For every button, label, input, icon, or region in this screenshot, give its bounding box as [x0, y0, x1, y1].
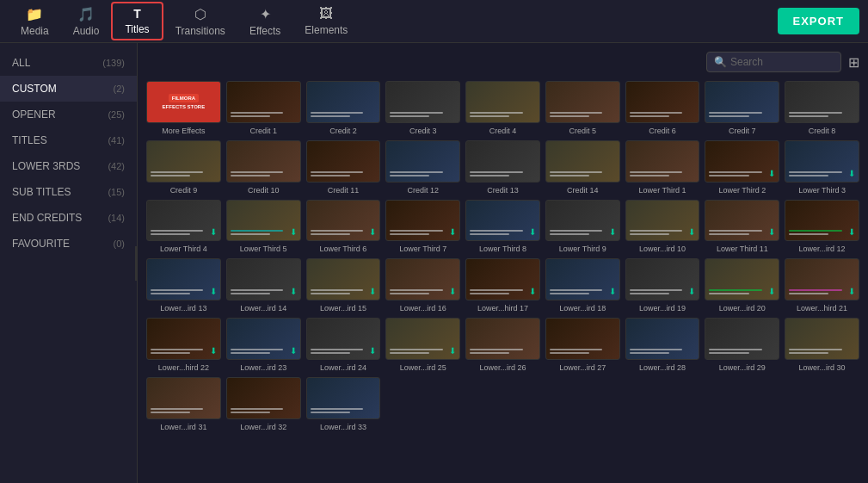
grid-item[interactable]: ⬇Lower Third 5 — [226, 200, 301, 254]
grid-item-label: Credit 9 — [146, 186, 221, 195]
grid-item[interactable]: Lower...ird 32 — [226, 377, 301, 431]
download-icon: ⬇ — [688, 287, 695, 296]
grid-item-label: Lower...hird 17 — [465, 304, 540, 313]
grid-item[interactable]: ⬇Lower...ird 14 — [226, 258, 301, 313]
download-icon: ⬇ — [529, 287, 536, 296]
grid-item[interactable]: Credit 1 — [226, 81, 301, 135]
grid-item[interactable]: ⬇Lower Third 11 — [705, 200, 779, 254]
export-button[interactable]: EXPORT — [778, 8, 859, 34]
grid-item-label: More Effects — [146, 127, 221, 135]
sidebar-count-endcredits: (14) — [108, 213, 125, 223]
grid-item-label: Lower...ird 28 — [625, 363, 700, 372]
sidebar-item-favourite[interactable]: FAVOURITE (0) — [0, 231, 137, 257]
grid-item[interactable]: Lower...ird 28 — [625, 318, 700, 372]
grid-item[interactable]: ⬇Lower...hird 17 — [465, 258, 540, 313]
grid-item[interactable]: ⬇Lower Third 6 — [306, 200, 381, 254]
grid-item[interactable]: Credit 2 — [306, 81, 381, 135]
grid-item-label: Lower...ird 10 — [625, 245, 700, 253]
grid-item[interactable]: ⬇Lower Third 8 — [465, 200, 540, 254]
grid-item[interactable]: ⬇Lower...ird 18 — [545, 258, 620, 313]
grid-item[interactable]: ⬇Lower...ird 24 — [306, 318, 381, 372]
toolbar: 📁 Media 🎵 Audio T Titles ⬡ Transitions ✦… — [0, 0, 868, 43]
grid-item[interactable]: Lower...ird 27 — [545, 318, 620, 372]
download-icon: ⬇ — [290, 346, 297, 356]
grid-item[interactable]: ⬇Lower...ird 10 — [625, 200, 700, 254]
download-icon: ⬇ — [609, 287, 616, 296]
grid-item[interactable]: Credit 12 — [385, 140, 460, 195]
grid-item[interactable]: Credit 5 — [545, 81, 620, 135]
download-icon: ⬇ — [210, 346, 217, 356]
grid-item[interactable]: Credit 4 — [465, 81, 540, 135]
grid-item-label: Credit 12 — [385, 186, 460, 195]
toolbar-effects[interactable]: ✦ Effects — [237, 3, 292, 40]
grid-item-label: Lower...ird 27 — [545, 363, 620, 372]
grid-item[interactable]: FILMORA EFFECTS STORE More Effects — [146, 81, 221, 135]
grid-item[interactable]: Lower...ird 33 — [306, 377, 381, 431]
grid-item-label: Credit 1 — [226, 127, 301, 135]
grid-item[interactable]: Lower...ird 29 — [705, 318, 779, 372]
grid-item[interactable]: Credit 3 — [385, 81, 460, 135]
toolbar-titles[interactable]: T Titles — [111, 2, 163, 40]
grid-item[interactable]: ⬇Lower Third 3 — [785, 140, 859, 195]
effects-grid: FILMORA EFFECTS STORE More EffectsCredit… — [146, 81, 859, 431]
sidebar-count-opener: (25) — [108, 109, 125, 120]
sidebar-item-endcredits[interactable]: END CREDITS (14) — [0, 205, 137, 231]
grid-item-label: Credit 3 — [385, 127, 460, 135]
grid-item[interactable]: Lower Third 1 — [625, 140, 700, 195]
grid-item-label: Lower...ird 31 — [146, 423, 221, 431]
grid-item-label: Credit 2 — [306, 127, 381, 135]
grid-item[interactable]: Lower...ird 31 — [146, 377, 221, 431]
toolbar-titles-label: Titles — [125, 23, 149, 35]
search-input[interactable] — [730, 56, 834, 68]
toolbar-media[interactable]: 📁 Media — [9, 3, 61, 40]
sidebar-item-all[interactable]: ALL (139) — [0, 50, 137, 76]
grid-item[interactable]: ⬇Lower...ird 15 — [306, 258, 381, 313]
grid-item[interactable]: ⬇Lower Third 4 — [146, 200, 221, 254]
grid-item[interactable]: Lower...ird 26 — [465, 318, 540, 372]
grid-view-icon[interactable]: ⊞ — [848, 54, 859, 71]
grid-item[interactable]: ⬇Lower...ird 19 — [625, 258, 700, 313]
toolbar-transitions[interactable]: ⬡ Transitions — [163, 3, 237, 40]
grid-item[interactable]: ⬇Lower Third 7 — [385, 200, 460, 254]
grid-item-label: Lower...hird 22 — [146, 363, 221, 372]
grid-item[interactable]: Credit 6 — [625, 81, 700, 135]
grid-item[interactable]: ⬇Lower...ird 12 — [785, 200, 859, 254]
grid-item[interactable]: ⬇Lower Third 2 — [705, 140, 779, 195]
sidebar-count-favourite: (0) — [114, 238, 125, 249]
grid-item[interactable]: ⬇Lower...hird 21 — [785, 258, 859, 313]
grid-item[interactable]: Lower...ird 30 — [785, 318, 859, 372]
toolbar-audio[interactable]: 🎵 Audio — [61, 3, 112, 40]
grid-item[interactable]: Credit 14 — [545, 140, 620, 195]
grid-item[interactable]: Credit 10 — [226, 140, 301, 195]
grid-item[interactable]: Credit 8 — [785, 81, 859, 135]
grid-item[interactable]: ⬇Lower...ird 16 — [385, 258, 460, 313]
grid-item[interactable]: Credit 11 — [306, 140, 381, 195]
grid-item-label: Lower Third 6 — [306, 245, 381, 253]
sidebar-label-custom: CUSTOM — [12, 83, 57, 95]
grid-item-label: Lower...ird 30 — [785, 363, 859, 372]
grid-item[interactable]: ⬇Lower...ird 20 — [705, 258, 779, 313]
search-input-wrap[interactable]: 🔍 — [706, 52, 841, 72]
grid-item[interactable]: Credit 13 — [465, 140, 540, 195]
toolbar-elements[interactable]: 🖼 Elements — [292, 3, 360, 40]
sidebar-count-lower3rds: (42) — [108, 161, 125, 171]
sidebar-collapse-button[interactable]: ◀ — [135, 246, 138, 281]
grid-item[interactable]: ⬇Lower...hird 22 — [146, 318, 221, 372]
sidebar-item-opener[interactable]: OPENER (25) — [0, 102, 137, 127]
sidebar-item-titles[interactable]: TITLES (41) — [0, 127, 137, 153]
sidebar-item-subtitles[interactable]: SUB TITLES (15) — [0, 179, 137, 205]
grid-item-label: Lower...ird 24 — [306, 363, 381, 372]
download-icon: ⬇ — [768, 227, 775, 237]
grid-item[interactable]: ⬇Lower...ird 25 — [385, 318, 460, 372]
grid-item[interactable]: ⬇Lower...ird 23 — [226, 318, 301, 372]
sidebar-label-favourite: FAVOURITE — [12, 238, 70, 250]
grid-item-label: Credit 5 — [545, 127, 620, 135]
grid-item[interactable]: Credit 7 — [705, 81, 779, 135]
grid-item-label: Lower...ird 16 — [385, 304, 460, 313]
grid-item[interactable]: ⬇Lower...ird 13 — [146, 258, 221, 313]
titles-icon: T — [133, 7, 141, 21]
grid-item[interactable]: Credit 9 — [146, 140, 221, 195]
grid-item[interactable]: ⬇Lower Third 9 — [545, 200, 620, 254]
sidebar-item-custom[interactable]: CUSTOM (2) — [0, 76, 137, 102]
sidebar-item-lower3rds[interactable]: LOWER 3RDS (42) — [0, 153, 137, 179]
